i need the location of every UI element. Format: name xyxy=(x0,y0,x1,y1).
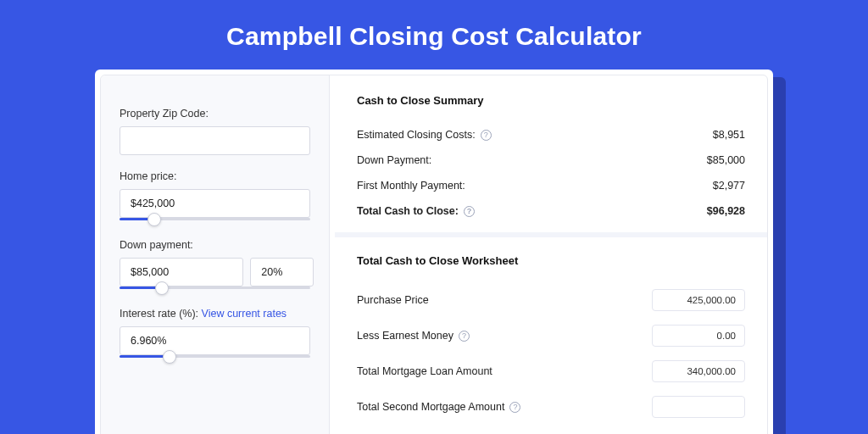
calculator-shell: Property Zip Code: Home price: Down paym… xyxy=(95,70,773,434)
worksheet-heading: Total Cash to Close Worksheet xyxy=(357,254,745,267)
worksheet-row-label: Total Second Mortgage Amount xyxy=(357,401,504,413)
interest-rate-label-text: Interest rate (%): xyxy=(120,308,198,320)
field-down-payment: Down payment: xyxy=(120,239,310,289)
help-icon[interactable]: ? xyxy=(481,130,492,141)
worksheet-row-value[interactable]: 425,000.00 xyxy=(652,289,745,311)
home-price-slider[interactable] xyxy=(120,218,310,220)
section-divider xyxy=(335,232,767,237)
slider-thumb[interactable] xyxy=(155,281,169,295)
field-home-price: Home price: xyxy=(120,170,310,220)
zip-label: Property Zip Code: xyxy=(120,108,310,120)
down-payment-slider[interactable] xyxy=(120,287,310,289)
summary-row: Total Cash to Close:?$96,928 xyxy=(357,198,745,224)
help-icon[interactable]: ? xyxy=(509,402,520,413)
summary-heading: Cash to Close Summary xyxy=(357,94,745,107)
interest-rate-slider[interactable] xyxy=(120,355,310,358)
interest-rate-label: Interest rate (%): View current rates xyxy=(120,308,310,320)
summary-rows: Estimated Closing Costs:?$8,951Down Paym… xyxy=(357,122,745,224)
worksheet-row-label: Purchase Price xyxy=(357,294,429,306)
worksheet-row: Less Earnest Money?0.00 xyxy=(357,318,745,353)
summary-row-value: $2,977 xyxy=(713,180,745,192)
view-rates-link[interactable]: View current rates xyxy=(202,308,287,320)
help-icon[interactable]: ? xyxy=(464,206,475,217)
results-panel: Cash to Close Summary Estimated Closing … xyxy=(335,75,767,434)
page-title: Campbell Closing Cost Calculator xyxy=(0,0,868,70)
summary-row-value: $85,000 xyxy=(707,154,745,166)
interest-rate-input[interactable] xyxy=(120,326,310,355)
inputs-panel: Property Zip Code: Home price: Down paym… xyxy=(101,75,330,434)
summary-row-label: Down Payment: xyxy=(357,154,431,166)
worksheet-row-value[interactable]: 0.00 xyxy=(652,325,745,347)
worksheet-row: Total Second Mortgage Amount? xyxy=(357,389,745,425)
summary-row-value: $96,928 xyxy=(707,205,745,217)
zip-input[interactable] xyxy=(120,126,310,155)
worksheet-row-label: Less Earnest Money xyxy=(357,330,453,342)
summary-row-label: Total Cash to Close: xyxy=(357,205,459,217)
summary-row-label: Estimated Closing Costs: xyxy=(357,129,476,141)
summary-row: Estimated Closing Costs:?$8,951 xyxy=(357,122,745,147)
summary-row-label: First Monthly Payment: xyxy=(357,180,465,192)
down-payment-input[interactable] xyxy=(120,258,243,287)
slider-thumb[interactable] xyxy=(163,350,176,364)
summary-row: Down Payment:$85,000 xyxy=(357,147,745,173)
worksheet-row-value[interactable]: 340,000.00 xyxy=(652,360,745,382)
worksheet-row: Total Mortgage Loan Amount340,000.00 xyxy=(357,353,745,389)
down-payment-pct-input[interactable] xyxy=(250,258,313,287)
worksheet-rows: Purchase Price425,000.00Less Earnest Mon… xyxy=(357,282,745,425)
worksheet-row: Purchase Price425,000.00 xyxy=(357,282,745,318)
field-zip: Property Zip Code: xyxy=(120,108,310,155)
down-payment-label: Down payment: xyxy=(120,239,310,251)
worksheet-row-label: Total Mortgage Loan Amount xyxy=(357,365,492,377)
summary-row: First Monthly Payment:$2,977 xyxy=(357,173,745,198)
home-price-label: Home price: xyxy=(120,170,310,182)
worksheet-row-value[interactable] xyxy=(652,396,745,418)
field-interest-rate: Interest rate (%): View current rates xyxy=(120,308,310,358)
home-price-input[interactable] xyxy=(120,189,310,218)
help-icon[interactable]: ? xyxy=(459,331,470,342)
slider-thumb[interactable] xyxy=(147,213,161,226)
summary-row-value: $8,951 xyxy=(713,129,745,141)
